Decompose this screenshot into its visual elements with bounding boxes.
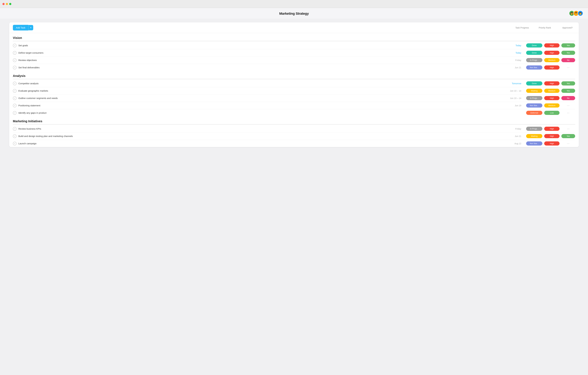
task-columns: WaitingHighYes <box>526 134 575 138</box>
task-checkbox[interactable]: ✓ <box>13 66 17 69</box>
task-columns: In Progr...High— <box>526 127 575 131</box>
task-row[interactable]: ✓Launch campaignAug 12Not Star...High— <box>13 140 575 147</box>
task-approved-badge[interactable]: No <box>561 96 575 100</box>
task-priority-badge[interactable]: Medium <box>544 89 559 93</box>
task-approved-badge[interactable]: Yes <box>561 89 575 93</box>
task-name: Outline customer segments and needs <box>18 97 503 99</box>
task-row[interactable]: ✓Set final deliverablesJun 21Not Star...… <box>13 64 575 71</box>
task-date: Jun 21 <box>503 66 521 69</box>
section-header: Vision <box>13 33 575 41</box>
task-row[interactable]: ✓Identify any gaps in productDeferredLow… <box>13 109 575 117</box>
task-columns: DoneHighYes <box>526 81 575 86</box>
task-checkbox[interactable]: ✓ <box>13 134 17 138</box>
task-approved-dash: — <box>561 128 575 130</box>
toolbar-left: Add Task ▾ <box>13 25 33 31</box>
toolbar-right: Task Progress Priority Rank Approved? <box>514 26 575 29</box>
task-progress-badge[interactable]: Deferred <box>526 111 542 115</box>
task-name: Positioning statement <box>18 104 503 107</box>
maximize-button[interactable] <box>9 3 11 5</box>
task-checkbox[interactable]: ✓ <box>13 127 17 131</box>
task-row[interactable]: ✓Positioning statementJun 19Not Star...M… <box>13 102 575 109</box>
avatar[interactable]: 🧑 <box>578 11 583 16</box>
section-title: Analysis <box>13 74 25 78</box>
task-row[interactable]: ✓Build and design testing plan and marke… <box>13 132 575 140</box>
task-date: Jun 21 <box>503 135 521 137</box>
task-row[interactable]: ✓Review business KPIsFridayIn Progr...Hi… <box>13 125 575 132</box>
task-progress-badge[interactable]: Not Star... <box>526 141 542 146</box>
task-priority-badge[interactable]: High <box>544 134 559 138</box>
task-approved-badge[interactable]: Yes <box>561 51 575 55</box>
task-progress-badge[interactable]: Not Star... <box>526 103 542 107</box>
task-checkbox[interactable]: ✓ <box>13 96 17 100</box>
col-header-approved: Approved? <box>560 26 575 29</box>
section-marketing-initiatives: Marketing Initiatives✓Review business KP… <box>9 117 579 147</box>
task-checkbox[interactable]: ✓ <box>13 111 17 115</box>
task-checkbox[interactable]: ✓ <box>13 51 17 55</box>
task-progress-badge[interactable]: Waiting <box>526 134 542 138</box>
minimize-button[interactable] <box>6 3 8 5</box>
section-header: Analysis <box>13 71 575 79</box>
task-name: Define target consumers <box>18 52 503 54</box>
task-checkbox[interactable]: ✓ <box>13 82 17 85</box>
task-priority-badge[interactable]: Medium <box>544 103 559 107</box>
task-date: Jun 19 <box>503 104 521 107</box>
task-date: Tomorrow <box>503 82 521 85</box>
task-approved-dash: — <box>561 142 575 145</box>
task-name: Review objectives <box>18 59 503 61</box>
task-name: Competitor analysis <box>18 82 503 85</box>
task-checkbox[interactable]: ✓ <box>13 89 17 93</box>
task-priority-badge[interactable]: Medium <box>544 58 559 62</box>
col-header-priority: Priority Rank <box>537 26 553 29</box>
task-row[interactable]: ✓Review objectivesFridayIn Progr...Mediu… <box>13 56 575 64</box>
task-approved-badge[interactable]: Yes <box>561 43 575 47</box>
task-checkbox[interactable]: ✓ <box>13 104 17 107</box>
page-title: Marketing Strategy <box>279 12 309 16</box>
task-checkbox[interactable]: ✓ <box>13 142 17 145</box>
add-task-dropdown-button[interactable]: ▾ <box>28 25 33 30</box>
task-priority-badge[interactable]: High <box>544 127 559 131</box>
task-progress-badge[interactable]: Not Star... <box>526 65 542 70</box>
task-columns: DeferredLow— <box>526 111 575 115</box>
task-approved-badge[interactable]: No <box>561 58 575 62</box>
task-progress-badge[interactable]: In Progr... <box>526 58 542 62</box>
task-approved-dash: — <box>561 104 575 107</box>
task-approved-badge[interactable]: Yes <box>561 134 575 138</box>
task-columns: In Progr...HighNo <box>526 96 575 100</box>
task-priority-badge[interactable]: High <box>544 141 559 146</box>
task-progress-badge[interactable]: In Progr... <box>526 127 542 131</box>
traffic-lights <box>2 3 11 5</box>
task-date: Jun 10 – 14 <box>503 97 521 99</box>
task-priority-badge[interactable]: High <box>544 65 559 70</box>
task-date: Jun 10 – 14 <box>503 90 521 92</box>
close-button[interactable] <box>2 3 5 5</box>
section-title: Vision <box>13 36 22 40</box>
task-approved-badge[interactable]: Yes <box>561 81 575 86</box>
task-progress-badge[interactable]: Done <box>526 43 542 47</box>
task-approved-dash: — <box>561 66 575 69</box>
task-checkbox[interactable]: ✓ <box>13 44 17 47</box>
task-row[interactable]: ✓Outline customer segments and needsJun … <box>13 95 575 102</box>
task-row[interactable]: ✓Competitor analysisTomorrowDoneHighYes <box>13 80 575 87</box>
task-priority-badge[interactable]: High <box>544 43 559 47</box>
task-priority-badge[interactable]: High <box>544 81 559 86</box>
task-columns: Not Star...High— <box>526 141 575 146</box>
task-name: Review business KPIs <box>18 128 503 130</box>
task-checkbox[interactable]: ✓ <box>13 58 17 62</box>
task-priority-badge[interactable]: High <box>544 96 559 100</box>
task-progress-badge[interactable]: Done <box>526 81 542 86</box>
task-row[interactable]: ✓Define target consumersTodayDoneHighYes <box>13 49 575 56</box>
task-row[interactable]: ✓Set goalsTodayDoneHighYes <box>13 42 575 49</box>
section-analysis: Analysis✓Competitor analysisTomorrowDone… <box>9 71 579 117</box>
task-progress-badge[interactable]: In Progr... <box>526 96 542 100</box>
task-columns: In Progr...MediumNo <box>526 58 575 62</box>
task-name: Evaluate geographic markets <box>18 89 503 92</box>
task-date: Friday <box>503 59 521 61</box>
task-name: Set final deliverables <box>18 66 503 69</box>
task-priority-badge[interactable]: Low <box>544 111 559 115</box>
add-task-button[interactable]: Add Task <box>13 25 28 31</box>
task-progress-badge[interactable]: Waiting <box>526 89 542 93</box>
task-progress-badge[interactable]: Done <box>526 51 542 55</box>
task-row[interactable]: ✓Evaluate geographic marketsJun 10 – 14W… <box>13 87 575 95</box>
task-priority-badge[interactable]: High <box>544 51 559 55</box>
task-approved-dash: — <box>561 111 575 114</box>
